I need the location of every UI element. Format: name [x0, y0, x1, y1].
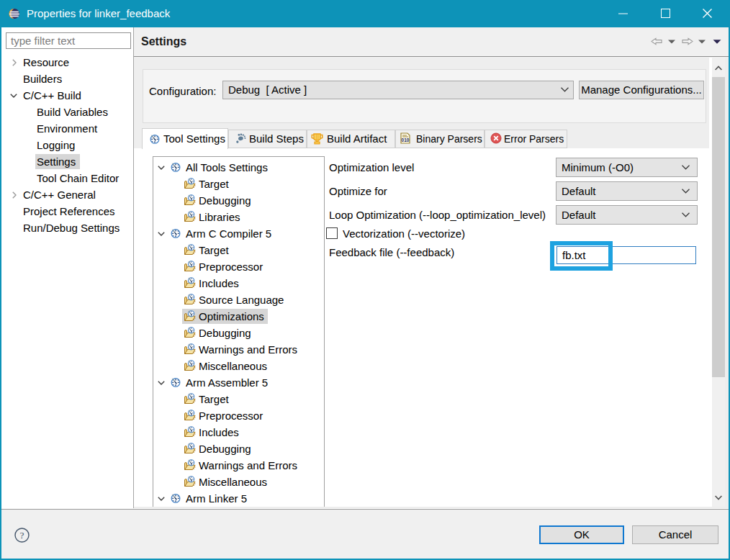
svg-text:010: 010 — [402, 137, 410, 143]
svg-text:?: ? — [20, 530, 24, 541]
